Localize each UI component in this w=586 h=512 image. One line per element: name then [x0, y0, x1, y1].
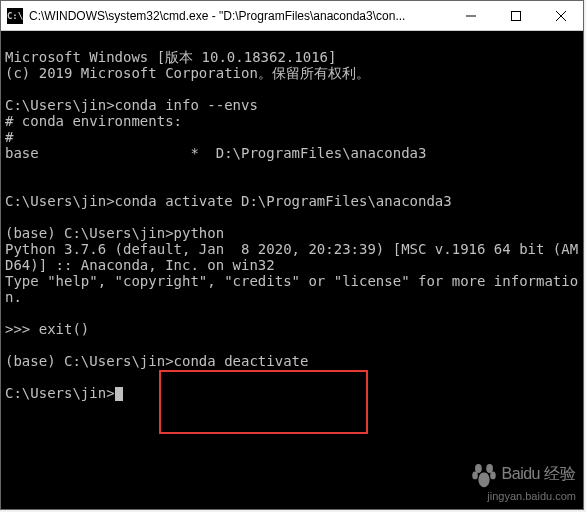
terminal-line: C:\Users\jin>conda activate D:\ProgramFi… [5, 193, 452, 209]
close-button[interactable] [538, 1, 583, 30]
terminal-line: Type "help", "copyright", "credits" or "… [5, 273, 578, 305]
terminal-line: C:\Users\jin>conda info --envs [5, 97, 258, 113]
terminal-line: C:\Users\jin> [5, 385, 115, 401]
terminal-line: # [5, 129, 13, 145]
terminal-line: Python 3.7.6 (default, Jan 8 2020, 20:23… [5, 241, 578, 273]
window-title: C:\WINDOWS\system32\cmd.exe - "D:\Progra… [29, 9, 405, 23]
terminal-line: Microsoft Windows [版本 10.0.18362.1016] [5, 49, 336, 65]
cursor [115, 387, 123, 401]
terminal-line: >>> exit() [5, 321, 89, 337]
terminal-line: base * D:\ProgramFiles\anaconda3 [5, 145, 426, 161]
terminal-line: (base) C:\Users\jin>python [5, 225, 224, 241]
cmd-window: C:\ C:\WINDOWS\system32\cmd.exe - "D:\Pr… [0, 0, 584, 510]
minimize-button[interactable] [448, 1, 493, 30]
svg-rect-1 [511, 11, 520, 20]
terminal-line: (base) C:\Users\jin> [5, 353, 174, 369]
title-left: C:\ C:\WINDOWS\system32\cmd.exe - "D:\Pr… [1, 8, 405, 24]
title-bar[interactable]: C:\ C:\WINDOWS\system32\cmd.exe - "D:\Pr… [1, 1, 583, 31]
annotation-highlight-box: conda deactivate [159, 370, 368, 434]
window-controls [448, 1, 583, 30]
highlighted-command: conda deactivate [174, 353, 309, 369]
cmd-icon: C:\ [7, 8, 23, 24]
terminal-line: (c) 2019 Microsoft Corporation。保留所有权利。 [5, 65, 370, 81]
terminal-area[interactable]: Microsoft Windows [版本 10.0.18362.1016] (… [1, 31, 583, 509]
maximize-button[interactable] [493, 1, 538, 30]
terminal-line: # conda environments: [5, 113, 182, 129]
